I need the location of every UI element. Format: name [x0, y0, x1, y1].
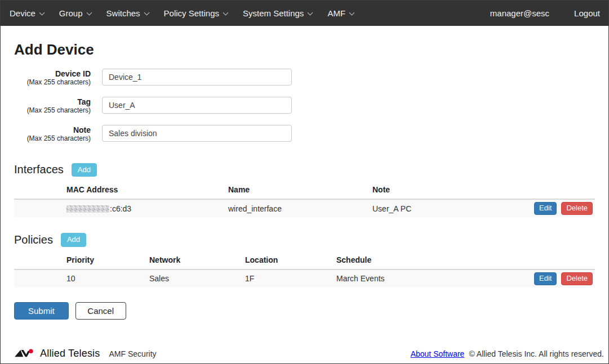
col-header-priority: Priority	[66, 255, 149, 264]
policy-network-cell: Sales	[149, 274, 245, 283]
device-id-field[interactable]	[102, 69, 292, 86]
interface-mac-cell: :c6:d3	[66, 204, 228, 213]
main-content: Add Device Device ID (Max 255 characters…	[1, 26, 608, 348]
nav-menu-system-settings-label: System Settings	[243, 8, 304, 18]
allied-telesis-logo-icon	[14, 349, 35, 358]
footer-right: About Software © Allied Telesis Inc. All…	[411, 349, 604, 358]
logged-in-user: manager@sesc	[490, 8, 549, 18]
tag-label-block: Tag (Max 255 characters)	[14, 97, 91, 115]
device-id-label-block: Device ID (Max 255 characters)	[14, 69, 91, 87]
device-id-label: Device ID	[14, 69, 91, 78]
interface-mac-suffix: :c6:d3	[110, 204, 131, 213]
nav-menu-group[interactable]: Group	[59, 8, 91, 18]
interface-actions-cell: Edit Delete	[534, 202, 595, 215]
col-header-network: Network	[149, 255, 245, 264]
nav-menu-amf[interactable]: AMF	[327, 8, 354, 18]
nav-menu-system-settings[interactable]: System Settings	[243, 8, 312, 18]
note-label: Note	[14, 125, 91, 134]
note-label-block: Note (Max 255 characters)	[14, 125, 91, 143]
interfaces-table: MAC Address Name Note :c6:d3 wired_inter…	[14, 185, 595, 217]
edit-interface-button[interactable]: Edit	[534, 202, 557, 215]
policies-table-header: Priority Network Location Schedule	[14, 255, 595, 270]
policy-priority-cell: 10	[66, 274, 149, 283]
footer: Allied Telesis AMF Security About Softwa…	[1, 348, 608, 363]
interfaces-table-header: MAC Address Name Note	[14, 185, 595, 200]
interface-name-cell: wired_interface	[228, 204, 372, 213]
col-header-note: Note	[372, 185, 595, 194]
policy-table-row: 10 Sales 1F March Events Edit Delete	[14, 270, 595, 287]
footer-brand-name: Allied Telesis	[40, 348, 100, 359]
nav-menu-device[interactable]: Device	[10, 8, 44, 18]
note-field[interactable]	[102, 125, 292, 142]
interface-table-row: :c6:d3 wired_interface User_A PC Edit De…	[14, 200, 595, 217]
nav-menu-switches-label: Switches	[106, 8, 140, 18]
delete-interface-button[interactable]: Delete	[561, 202, 593, 215]
device-id-hint: (Max 255 characters)	[14, 79, 91, 87]
delete-policy-button[interactable]: Delete	[561, 272, 593, 285]
footer-product-name: AMF Security	[109, 349, 157, 358]
about-software-link[interactable]: About Software	[411, 349, 465, 358]
nav-menu-policy-settings[interactable]: Policy Settings	[164, 8, 228, 18]
tag-hint: (Max 255 characters)	[14, 107, 91, 115]
copyright-text: © Allied Telesis Inc. All rights reserve…	[469, 349, 604, 358]
nav-menu-amf-label: AMF	[327, 8, 345, 18]
redacted-mac-block	[66, 205, 109, 213]
form-actions: Submit Cancel	[14, 302, 595, 320]
chevron-down-icon	[144, 10, 149, 15]
col-header-location: Location	[245, 255, 336, 264]
tag-field[interactable]	[102, 97, 292, 114]
policies-table: Priority Network Location Schedule 10 Sa…	[14, 255, 595, 287]
nav-menu-switches[interactable]: Switches	[106, 8, 149, 18]
policy-schedule-cell: March Events	[336, 274, 534, 283]
tag-label: Tag	[14, 97, 91, 106]
interfaces-section-header: Interfaces Add	[14, 163, 595, 177]
nav-menu-policy-settings-label: Policy Settings	[164, 8, 219, 18]
nav-menu-group-label: Group	[59, 8, 83, 18]
interfaces-title: Interfaces	[14, 163, 64, 176]
tag-row: Tag (Max 255 characters)	[14, 97, 595, 115]
logout-button[interactable]: Logout	[574, 8, 600, 18]
note-hint: (Max 255 characters)	[14, 135, 91, 143]
page-title: Add Device	[14, 42, 595, 57]
chevron-down-icon	[39, 10, 45, 15]
chevron-down-icon	[308, 10, 313, 15]
submit-button[interactable]: Submit	[14, 302, 69, 320]
add-interface-button[interactable]: Add	[72, 163, 97, 177]
chevron-down-icon	[86, 10, 92, 15]
col-header-schedule: Schedule	[336, 255, 595, 264]
navbar-right: manager@sesc Logout	[490, 8, 600, 18]
note-row: Note (Max 255 characters)	[14, 125, 595, 143]
app-window: Device Group Switches Policy Settings Sy…	[0, 0, 609, 364]
top-navbar: Device Group Switches Policy Settings Sy…	[1, 1, 608, 26]
footer-brand: Allied Telesis AMF Security	[14, 348, 157, 359]
chevron-down-icon	[223, 10, 229, 15]
edit-policy-button[interactable]: Edit	[534, 272, 557, 285]
interface-note-cell: User_A PC	[372, 204, 534, 213]
navbar-menu: Device Group Switches Policy Settings Sy…	[10, 8, 354, 18]
col-header-mac-address: MAC Address	[66, 185, 228, 194]
chevron-down-icon	[349, 10, 355, 15]
add-policy-button[interactable]: Add	[61, 233, 86, 247]
nav-menu-device-label: Device	[10, 8, 35, 18]
policy-actions-cell: Edit Delete	[534, 272, 595, 285]
policies-title: Policies	[14, 233, 53, 246]
col-header-name: Name	[228, 185, 372, 194]
policies-section-header: Policies Add	[14, 233, 595, 247]
policy-location-cell: 1F	[245, 274, 336, 283]
cancel-button[interactable]: Cancel	[75, 302, 126, 320]
device-id-row: Device ID (Max 255 characters)	[14, 69, 595, 87]
